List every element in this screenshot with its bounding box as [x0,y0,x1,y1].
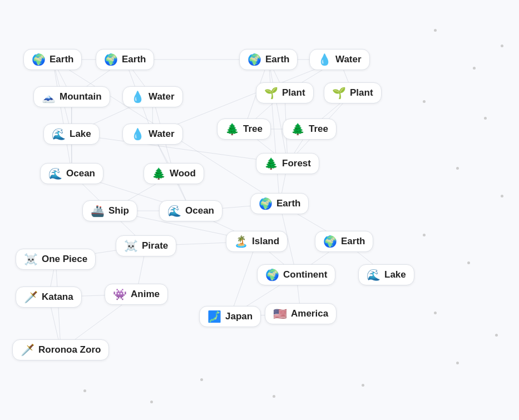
node-label-n24: Anime [131,289,160,300]
svg-line-50 [230,241,257,317]
node-n23[interactable]: 🗡️Katana [16,286,82,308]
node-label-n20: Pirate [142,240,168,251]
node-label-n7: Plant [282,87,305,98]
node-label-n1: Earth [50,54,73,65]
node-emoji-n25: 🌍 [265,269,279,280]
decoration-dot-5 [456,167,459,170]
node-emoji-n10: 💧 [131,129,145,140]
node-n25[interactable]: 🌍Continent [257,264,335,285]
node-emoji-n1: 🌍 [32,54,46,65]
node-label-n26: Lake [384,269,406,280]
decoration-dot-12 [200,378,203,381]
node-label-n6: Water [149,91,175,102]
node-emoji-n24: 👾 [113,289,127,300]
node-n12[interactable]: 🌲Tree [283,118,337,140]
node-n13[interactable]: 🌊Ocean [40,163,103,184]
node-n7[interactable]: 🌱Plant [256,82,314,103]
node-label-n8: Plant [350,87,373,98]
node-n1[interactable]: 🌍Earth [23,49,82,70]
node-emoji-n13: 🌊 [48,168,62,179]
node-emoji-n3: 🌍 [248,54,261,65]
node-label-n4: Water [335,54,362,65]
decoration-dot-2 [501,45,503,47]
node-label-n22: Earth [341,236,365,247]
node-emoji-n23: 🗡️ [24,291,38,303]
node-n4[interactable]: 💧Water [309,49,370,70]
node-emoji-n15: 🌲 [264,158,278,169]
node-n14[interactable]: 🌲Wood [144,163,204,184]
node-label-n13: Ocean [66,168,95,179]
node-n5[interactable]: 🗻Mountain [33,86,110,107]
node-emoji-n7: 🌱 [264,87,278,98]
node-label-n18: Earth [276,198,300,209]
decoration-dot-1 [473,67,476,70]
node-emoji-n2: 🌍 [104,54,118,65]
node-n28[interactable]: 🇺🇸America [265,303,337,324]
node-n3[interactable]: 🌍Earth [239,49,298,70]
node-n8[interactable]: 🌱Plant [324,82,382,103]
node-label-n16: Ship [108,205,129,216]
node-emoji-n4: 💧 [318,54,332,65]
node-label-n28: America [291,308,328,319]
node-n21[interactable]: 🏝️Island [226,231,288,252]
decoration-dot-16 [150,401,153,403]
svg-line-11 [269,60,288,164]
node-n2[interactable]: 🌍Earth [96,49,154,70]
node-emoji-n22: 🌍 [323,236,337,247]
decoration-dot-15 [83,389,86,392]
node-n19[interactable]: ☠️One Piece [16,249,96,270]
node-n22[interactable]: 🌍Earth [315,231,373,252]
node-n29[interactable]: 🗡️Roronoa Zoro [12,339,109,360]
decoration-dot-11 [456,362,459,364]
node-emoji-n11: 🌲 [225,123,239,135]
node-n6[interactable]: 💧Water [122,86,183,107]
node-emoji-n5: 🗻 [42,91,56,102]
node-label-n14: Wood [170,168,196,179]
node-emoji-n20: ☠️ [124,240,138,251]
node-n17[interactable]: 🌊Ocean [159,200,223,221]
node-n27[interactable]: 🗾Japan [199,306,261,327]
node-n24[interactable]: 👾Anime [105,284,168,305]
node-label-n29: Roronoa Zoro [38,344,101,355]
node-n26[interactable]: 🌊Lake [358,264,414,285]
decoration-dot-8 [467,261,470,264]
node-n16[interactable]: 🚢Ship [82,200,137,221]
node-emoji-n27: 🗾 [207,311,221,322]
node-label-n19: One Piece [42,254,87,265]
node-n18[interactable]: 🌍Earth [250,193,309,214]
node-emoji-n12: 🌲 [291,123,305,135]
decoration-dot-3 [423,100,426,103]
node-label-n17: Ocean [185,205,214,216]
node-n9[interactable]: 🌊Lake [43,123,100,145]
node-emoji-n26: 🌊 [367,269,380,280]
node-emoji-n28: 🇺🇸 [273,308,287,319]
node-label-n10: Water [149,129,175,140]
node-label-n2: Earth [122,54,146,65]
node-emoji-n9: 🌊 [52,129,66,140]
node-label-n3: Earth [265,54,289,65]
decoration-dot-13 [273,395,275,398]
node-emoji-n16: 🚢 [91,205,105,216]
node-label-n21: Island [252,236,279,247]
node-n20[interactable]: ☠️Pirate [116,235,176,256]
node-label-n25: Continent [283,269,327,280]
decoration-dot-6 [501,195,503,197]
decoration-dot-7 [423,234,426,236]
node-emoji-n21: 🏝️ [234,236,248,247]
node-label-n12: Tree [309,123,328,135]
node-emoji-n29: 🗡️ [21,344,34,355]
decoration-dot-10 [495,334,498,337]
decoration-dot-9 [434,312,437,314]
decoration-dot-14 [362,384,364,387]
node-n15[interactable]: 🌲Forest [256,153,319,174]
node-n11[interactable]: 🌲Tree [217,118,271,140]
svg-line-3 [53,60,72,174]
node-label-n11: Tree [243,123,263,135]
node-emoji-n14: 🌲 [152,168,166,179]
node-label-n9: Lake [70,129,91,140]
node-emoji-n8: 🌱 [332,87,346,98]
node-n10[interactable]: 💧Water [122,123,183,145]
node-label-n5: Mountain [60,91,102,102]
node-label-n15: Forest [282,158,311,169]
decoration-dot-0 [434,29,437,32]
